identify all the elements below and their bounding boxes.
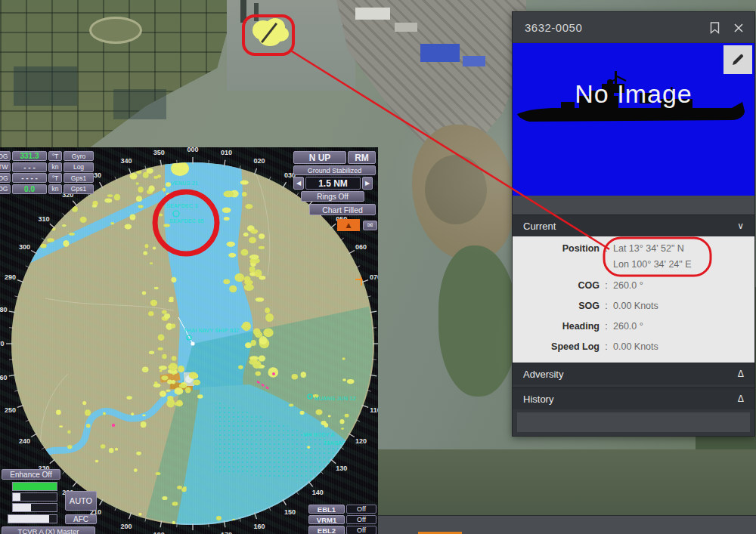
pencil-icon — [730, 52, 745, 67]
stabilization-button[interactable]: Ground Stabilized — [293, 165, 376, 175]
edit-image-button[interactable] — [723, 45, 752, 74]
nav-unit: kn — [48, 184, 62, 194]
ebl-button[interactable]: EBL2 — [308, 526, 345, 534]
field-label: COG — [513, 278, 600, 293]
svg-text:130: 130 — [336, 465, 347, 472]
nav-source[interactable]: Log — [64, 162, 94, 172]
field-value: Lat 13° 34' 52" NLon 100° 34' 24" E — [613, 241, 692, 273]
ebl-row: EBL2Off — [308, 526, 376, 534]
svg-text:280: 280 — [0, 306, 7, 313]
svg-text:TAKSAGE: TAKSAGE — [324, 440, 350, 446]
chevron-up-icon: Δ — [738, 394, 744, 404]
svg-text:MR BODY A: MR BODY A — [303, 432, 335, 437]
blue-roof-building — [463, 56, 485, 66]
nav-source[interactable]: Gps1 — [64, 184, 94, 194]
close-icon[interactable] — [730, 20, 747, 36]
map-target-echo — [272, 26, 289, 42]
sea-slider[interactable] — [12, 503, 57, 512]
section-adversity[interactable]: Adversity Δ — [513, 363, 754, 384]
nav-value: - - - - — [12, 173, 47, 183]
svg-text:110: 110 — [370, 406, 378, 414]
svg-text:350: 350 — [153, 149, 165, 156]
detail-field-row: SOG:0.00 Knots — [513, 298, 754, 313]
vessel-detail-panel: 3632-0050 — [512, 11, 755, 437]
nav-source[interactable]: Gyro — [64, 151, 94, 161]
section-history-label: History — [523, 394, 553, 405]
panel-footer — [517, 412, 750, 432]
svg-text:290: 290 — [5, 273, 16, 281]
svg-text:190: 190 — [153, 531, 165, 534]
ais-mark — [272, 372, 275, 375]
message-button[interactable]: ✉ — [363, 221, 377, 230]
nav-value: - - - — [12, 162, 47, 172]
nav-label: STW — [0, 162, 11, 172]
orientation-button[interactable]: N UP — [293, 151, 346, 164]
app-window: VENUS 21SEAFDEC 3SEAFDEC 65THAI NAVY SHI… — [0, 0, 756, 534]
panel-spacer — [513, 196, 754, 215]
svg-text:150: 150 — [284, 508, 296, 516]
field-separator: : — [600, 298, 613, 313]
afc-button[interactable]: AFC — [65, 514, 97, 524]
svg-text:160: 160 — [253, 523, 265, 530]
nav-data-row: HDG331.3°TGyro — [0, 151, 94, 161]
radar-display[interactable]: VENUS 21SEAFDEC 3SEAFDEC 65THAI NAVY SHI… — [0, 147, 378, 534]
ebl-row: VRM1Off — [308, 515, 376, 524]
range-value: 1.5 NM — [305, 177, 361, 190]
motion-mode-button[interactable]: RM — [348, 151, 376, 164]
detail-field-row: Position:Lat 13° 34' 52" NLon 100° 34' 2… — [513, 241, 754, 273]
section-current[interactable]: Current ∨ — [513, 215, 754, 236]
ebl-button[interactable]: EBL1 — [308, 505, 345, 514]
nav-source[interactable]: Gps1 — [64, 173, 94, 183]
detail-field-row: Heading:260.0 ° — [513, 319, 754, 334]
field-label: SOG — [513, 298, 600, 313]
tcvr-button[interactable]: TCVR A (X) Master — [2, 526, 95, 534]
enhance-button[interactable]: Enhance Off — [2, 469, 60, 480]
ebl-button[interactable]: VRM1 — [308, 515, 345, 524]
chevron-down-icon: ∨ — [737, 221, 744, 231]
ebl-value: Off — [346, 505, 376, 514]
svg-text:060: 060 — [355, 243, 367, 251]
svg-text:240: 240 — [19, 437, 30, 445]
field-label: Heading — [513, 319, 600, 334]
section-history[interactable]: History Δ — [513, 387, 754, 409]
svg-text:020: 020 — [253, 157, 265, 165]
pier — [240, 0, 246, 23]
field-value: 260.0 ° — [613, 278, 643, 293]
rings-button[interactable]: Rings Off — [301, 191, 364, 202]
pond-dark — [14, 66, 77, 106]
echo-large — [171, 161, 189, 176]
svg-text:MUANG JUN 12: MUANG JUN 12 — [314, 396, 356, 401]
tune-slider[interactable] — [8, 514, 57, 523]
alarm-button[interactable]: ▲ — [337, 219, 360, 231]
range-down-button[interactable]: ◀ — [293, 177, 304, 190]
range-up-button[interactable]: ▶ — [362, 177, 373, 190]
svg-text:170: 170 — [221, 531, 232, 534]
svg-text:070: 070 — [370, 273, 378, 281]
chart-mode-button[interactable]: Chart Filled — [309, 204, 376, 215]
svg-text:200: 200 — [121, 523, 132, 530]
nav-data-row: STW- - -knLog — [0, 162, 94, 172]
taskbar[interactable] — [378, 515, 756, 534]
nav-label: COG — [0, 173, 11, 183]
detail-field-row: Speed Log:0.00 Knots — [513, 339, 754, 354]
rain-slider[interactable] — [12, 492, 57, 502]
pond-dark — [113, 89, 166, 119]
nav-unit: °T — [48, 173, 62, 183]
section-current-label: Current — [523, 221, 556, 232]
field-separator: : — [600, 278, 613, 293]
own-ship-marker — [191, 341, 194, 345]
gain-slider[interactable] — [12, 482, 57, 491]
svg-text:VENUS 21: VENUS 21 — [171, 181, 198, 186]
bookmark-icon[interactable] — [706, 20, 723, 36]
warehouse-white — [355, 8, 390, 20]
svg-text:000: 000 — [187, 147, 198, 153]
nav-data-row: SOG0.0knGps1 — [0, 184, 94, 194]
panel-title: 3632-0050 — [525, 21, 582, 34]
auto-button[interactable]: AUTO — [65, 491, 97, 511]
pier — [254, 3, 259, 21]
detail-field-row: COG:260.0 ° — [513, 278, 754, 293]
vessel-image-placeholder: No Image — [513, 43, 754, 196]
stadium-oval — [89, 17, 142, 44]
nav-label: SOG — [0, 184, 11, 194]
field-value: 260.0 ° — [613, 319, 643, 334]
